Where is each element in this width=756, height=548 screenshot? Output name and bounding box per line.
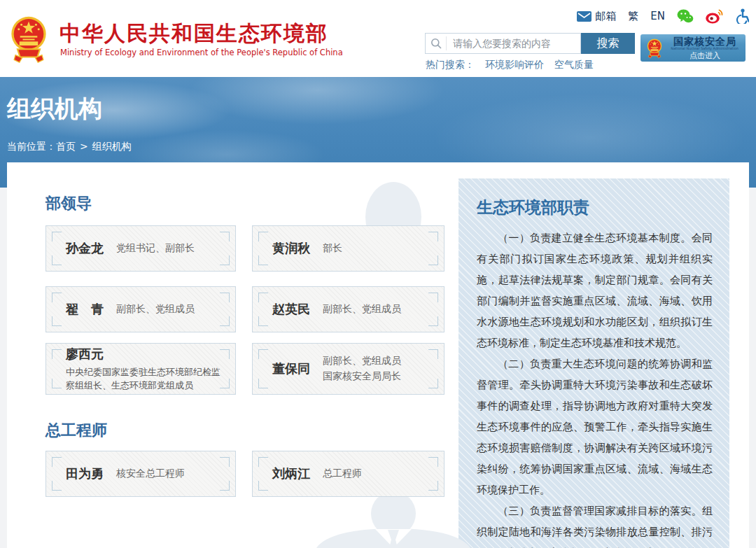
- card-content: 田为勇 核安全总工程师: [46, 451, 235, 496]
- national-emblem-icon: [8, 14, 49, 64]
- person-title: 核安全总工程师: [116, 468, 185, 480]
- duty-paragraph-2: （二）负责重大生态环境问题的统筹协调和监督管理。牵头协调重特大环境污染事故和生态…: [477, 353, 713, 500]
- wheelchair-icon: [735, 8, 749, 24]
- card-content: 刘炳江 总工程师: [253, 451, 444, 496]
- person-name: 廖西元: [66, 346, 104, 363]
- site-subtitle: Ministry of Ecology and Environment of t…: [60, 48, 343, 57]
- mail-link[interactable]: 邮箱: [577, 10, 616, 23]
- person-title: 总工程师: [323, 468, 362, 480]
- leader-card-zhaoyingmin[interactable]: 赵英民 副部长、党组成员: [252, 286, 444, 332]
- hot-search-link-eia[interactable]: 环境影响评价: [485, 59, 544, 71]
- breadcrumb-current: 组织机构: [92, 141, 132, 152]
- search-input[interactable]: [447, 34, 580, 53]
- person-name: 孙金龙: [66, 240, 104, 257]
- person-title: 部长: [323, 242, 342, 255]
- nnsa-subtitle: National Nuclear Safety Administration: [671, 47, 738, 50]
- person-title: 党组书记、副部长: [116, 242, 195, 255]
- leader-card-dongbaotong[interactable]: 董保同 副部长、党组成员 国家核安全局局长: [252, 343, 444, 395]
- card-content: 赵英民 副部长、党组成员: [253, 287, 444, 332]
- nnsa-emblem-icon: [646, 38, 663, 59]
- nnsa-enter-label: 点击进入: [690, 52, 720, 59]
- breadcrumb-separator: >: [80, 141, 88, 152]
- card-content: 孙金龙 党组书记、副部长: [46, 226, 235, 271]
- mail-icon: [577, 11, 592, 22]
- person-silhouette-icon: [315, 489, 472, 548]
- duty-paragraph-1: （一）负责建立健全生态环境基本制度。会同有关部门拟订国家生态环境政策、规划并组织…: [477, 227, 713, 353]
- top-utility-bar: 邮箱 繁 EN: [577, 8, 749, 24]
- section-heading-duties: 生态环境部职责: [477, 197, 713, 218]
- english-link[interactable]: EN: [650, 10, 665, 22]
- card-content: 黄润秋 部长: [253, 226, 444, 271]
- person-title: 副部长、党组成员: [116, 303, 195, 316]
- person-name: 黄润秋: [272, 240, 310, 257]
- leader-card-liaoxiyuan[interactable]: 廖西元 中央纪委国家监委驻生态环境部纪检监察组组长、生态环境部党组成员: [46, 343, 236, 395]
- hot-search-label: 热门搜索：: [426, 59, 475, 71]
- leadership-panel: 部领导 孙金龙 党组书记、副部长 黄润秋 部长 翟 青 副部长、党组成员: [7, 162, 458, 548]
- nnsa-title: 国家核安全局: [673, 36, 736, 46]
- accessibility-link[interactable]: [735, 8, 749, 24]
- nnsa-banner-button[interactable]: 国家核安全局 National Nuclear Safety Administr…: [640, 34, 746, 62]
- content-wrapper: 部领导 孙金龙 党组书记、副部长 黄润秋 部长 翟 青 副部长、党组成员: [7, 162, 749, 548]
- engineer-row: 田为勇 核安全总工程师 刘炳江 总工程师: [46, 451, 458, 497]
- hot-search-row: 热门搜索： 环境影响评价 空气质量: [426, 59, 594, 71]
- breadcrumb-home-link[interactable]: 首页: [56, 141, 76, 152]
- search-bar: 搜索: [425, 33, 635, 54]
- engineer-card-tianweiyong[interactable]: 田为勇 核安全总工程师: [46, 451, 236, 497]
- person-name: 董保同: [272, 360, 310, 377]
- person-name: 刘炳江: [272, 465, 310, 482]
- card-content: 董保同 副部长、党组成员 国家核安全局局长: [253, 344, 444, 394]
- weibo-icon: [706, 9, 723, 24]
- duty-paragraph-3: （三）负责监督管理国家减排目标的落实。组织制定陆地和海洋各类污染物排放总量控制、…: [477, 500, 713, 548]
- breadcrumb: 当前位置：首页>组织机构: [0, 125, 756, 153]
- leader-card-zhaiqing[interactable]: 翟 青 副部长、党组成员: [46, 286, 236, 332]
- wechat-link[interactable]: [677, 9, 694, 24]
- search-button[interactable]: 搜索: [581, 33, 635, 54]
- weibo-link[interactable]: [706, 9, 723, 24]
- traditional-chinese-link[interactable]: 繁: [628, 10, 638, 23]
- person-name: 翟 青: [66, 301, 104, 318]
- site-title: 中华人民共和国生态环境部: [59, 20, 328, 48]
- search-icon: [426, 36, 447, 50]
- person-title: 副部长、党组成员: [323, 303, 401, 316]
- wechat-icon: [677, 9, 694, 24]
- nnsa-text-column: 国家核安全局 National Nuclear Safety Administr…: [667, 36, 743, 60]
- section-heading-chief-engineers: 总工程师: [46, 420, 458, 441]
- leader-row-1: 孙金龙 党组书记、副部长 黄润秋 部长: [46, 225, 458, 272]
- leader-card-sunjinlong[interactable]: 孙金龙 党组书记、副部长: [46, 225, 236, 272]
- card-content: 廖西元 中央纪委国家监委驻生态环境部纪检监察组组长、生态环境部党组成员: [46, 344, 235, 394]
- person-name: 赵英民: [272, 301, 310, 318]
- leader-card-huangrunqiu[interactable]: 黄润秋 部长: [252, 225, 444, 272]
- duties-sidebar: 生态环境部职责 （一）负责建立健全生态环境基本制度。会同有关部门拟订国家生态环境…: [458, 178, 729, 548]
- person-title: 中央纪委国家监委驻生态环境部纪检监察组组长、生态环境部党组成员: [66, 365, 225, 393]
- search-box: [425, 33, 581, 54]
- leader-row-3: 廖西元 中央纪委国家监委驻生态环境部纪检监察组组长、生态环境部党组成员 董保同 …: [46, 343, 458, 395]
- site-header: 中华人民共和国生态环境部 Ministry of Ecology and Env…: [0, 0, 756, 77]
- person-title: 副部长、党组成员 国家核安全局局长: [323, 353, 401, 384]
- person-name: 田为勇: [66, 465, 104, 482]
- mail-label: 邮箱: [595, 10, 616, 23]
- hot-search-link-air[interactable]: 空气质量: [554, 59, 594, 71]
- page-title: 组织机构: [0, 77, 756, 125]
- engineer-card-liubingjiang[interactable]: 刘炳江 总工程师: [252, 451, 444, 497]
- leader-row-2: 翟 青 副部长、党组成员 赵英民 副部长、党组成员: [46, 286, 458, 332]
- breadcrumb-label: 当前位置：: [7, 141, 56, 152]
- card-content: 翟 青 副部长、党组成员: [46, 287, 235, 332]
